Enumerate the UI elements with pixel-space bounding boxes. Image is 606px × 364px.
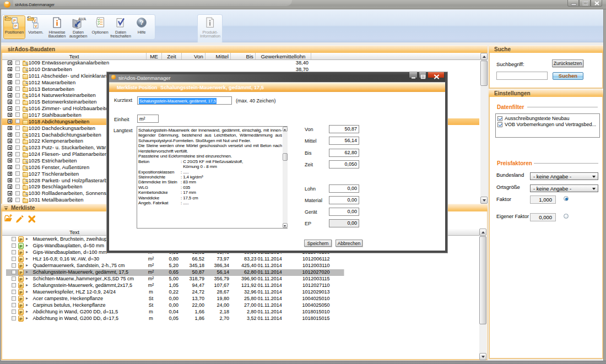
- svg-text:P: P: [14, 24, 17, 29]
- svg-text:V: V: [35, 24, 37, 28]
- svg-text:P: P: [13, 18, 16, 23]
- svg-text:?: ?: [140, 19, 144, 26]
